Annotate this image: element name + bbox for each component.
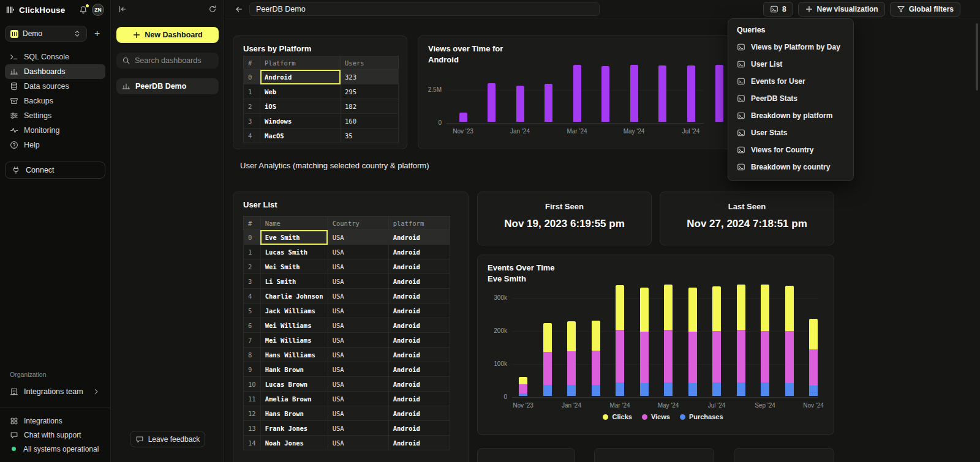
sidebar-item-data-sources[interactable]: Data sources bbox=[5, 79, 105, 94]
sidebar-item-backups[interactable]: Backups bbox=[5, 94, 105, 108]
chart-bar[interactable] bbox=[543, 323, 552, 396]
table-row[interactable]: 10Lucas BrownUSAAndroid bbox=[244, 377, 450, 392]
table-row[interactable]: 3Li SmithUSAAndroid bbox=[244, 274, 450, 289]
table-row[interactable]: 9Hank BrownUSAAndroid bbox=[244, 362, 450, 377]
sidebar-item-dashboards[interactable]: Dashboards bbox=[5, 64, 105, 79]
new-dashboard-button[interactable]: New Dashboard bbox=[116, 27, 219, 43]
chart-bar[interactable] bbox=[488, 83, 496, 122]
x-axis-label: Nov '23 bbox=[445, 128, 481, 135]
table-cell: 3 bbox=[244, 114, 260, 129]
connect-button[interactable]: Connect bbox=[5, 162, 105, 179]
table-row[interactable]: 13Frank JonesUSAAndroid bbox=[244, 421, 450, 436]
chart-bar[interactable] bbox=[516, 86, 524, 122]
table-row[interactable]: 0Android323 bbox=[244, 70, 399, 84]
search-dashboards-input[interactable] bbox=[135, 56, 213, 65]
partial-card bbox=[594, 448, 714, 462]
collapse-panel-icon[interactable] bbox=[118, 5, 127, 13]
table-row[interactable]: 3Windows160 bbox=[244, 114, 399, 129]
chart-bar[interactable] bbox=[567, 321, 576, 396]
query-menu-item-breakdown-by-platform[interactable]: Breakdown by platform bbox=[728, 107, 853, 124]
first-seen-value: Nov 19, 2023 6:19:55 pm bbox=[478, 218, 651, 230]
legend-item-clicks[interactable]: Clicks bbox=[603, 413, 631, 420]
sidebar-item-monitoring[interactable]: Monitoring bbox=[5, 123, 105, 138]
chart-bar[interactable] bbox=[519, 377, 527, 396]
pulse-icon bbox=[10, 126, 18, 135]
bar-segment-purchases bbox=[809, 386, 818, 396]
back-icon[interactable] bbox=[235, 5, 243, 13]
chart-bar[interactable] bbox=[545, 84, 552, 122]
table-row[interactable]: 2iOS182 bbox=[244, 99, 399, 114]
new-visualization-button[interactable]: New visualization bbox=[798, 2, 885, 17]
chart-bar[interactable] bbox=[459, 113, 467, 122]
chart-bar[interactable] bbox=[687, 65, 695, 122]
chart-bar[interactable] bbox=[737, 285, 745, 396]
footer-item-all-systems-operational[interactable]: All systems operational bbox=[5, 442, 105, 456]
chart-bar[interactable] bbox=[712, 286, 721, 396]
query-menu-item-peerdb-stats[interactable]: PeerDB Stats bbox=[728, 90, 853, 107]
avatar[interactable]: ZN bbox=[92, 4, 104, 16]
chart-bar[interactable] bbox=[573, 65, 581, 122]
query-menu-item-views-for-country[interactable]: Views for Country bbox=[728, 141, 853, 158]
chart-bar[interactable] bbox=[664, 285, 673, 396]
bar-chart-icon bbox=[122, 82, 130, 91]
global-filters-button[interactable]: Global filters bbox=[890, 2, 960, 17]
chart-bar[interactable] bbox=[601, 66, 609, 122]
footer-item-integrations[interactable]: Integrations bbox=[5, 414, 105, 428]
table-row[interactable]: 7Mei WilliamsUSAAndroid bbox=[244, 333, 450, 348]
table-row[interactable]: 0Eve SmithUSAAndroid bbox=[244, 230, 450, 245]
table-row[interactable]: 1Lucas SmithUSAAndroid bbox=[244, 245, 450, 259]
chart-bar[interactable] bbox=[640, 288, 649, 396]
chart-bar[interactable] bbox=[809, 319, 818, 396]
sidebar-item-integrations-team[interactable]: Integrations team bbox=[5, 384, 105, 400]
chart-bar[interactable] bbox=[715, 65, 723, 122]
sidebar-item-settings[interactable]: Settings bbox=[5, 108, 105, 123]
table-row[interactable]: 5Jack WilliamsUSAAndroid bbox=[244, 304, 450, 318]
building-icon bbox=[10, 387, 18, 396]
bar-segment-purchases bbox=[616, 382, 624, 396]
chart-bar[interactable] bbox=[630, 65, 638, 122]
table-row[interactable]: 8Hans WilliamsUSAAndroid bbox=[244, 348, 450, 362]
table-cell: Android bbox=[388, 377, 450, 392]
workspace-selector[interactable]: Demo bbox=[5, 26, 87, 42]
chart-bar[interactable] bbox=[592, 321, 600, 396]
dashboard-list-item[interactable]: PeerDB Demo bbox=[116, 78, 219, 94]
y-axis-label: 0 bbox=[418, 119, 442, 127]
chart-bar[interactable] bbox=[616, 285, 624, 396]
sidebar-item-sql-console[interactable]: SQL Console bbox=[5, 50, 105, 64]
sidebar-item-label: Backups bbox=[24, 97, 53, 105]
footer-item-chat-with-support[interactable]: Chat with support bbox=[5, 428, 105, 442]
table-cell: USA bbox=[328, 348, 388, 362]
scrollbar[interactable] bbox=[976, 23, 978, 91]
legend-dot bbox=[642, 414, 647, 420]
query-item-label: PeerDB Stats bbox=[751, 94, 797, 103]
chart-bar[interactable] bbox=[658, 65, 666, 122]
legend-item-purchases[interactable]: Purchases bbox=[680, 413, 723, 420]
chart-bar[interactable] bbox=[785, 286, 794, 396]
notifications-bell-icon[interactable] bbox=[79, 6, 88, 14]
sidebar-item-help[interactable]: Help bbox=[5, 138, 105, 152]
table-row[interactable]: 4MacOS35 bbox=[244, 129, 399, 143]
query-menu-item-user-list[interactable]: User List bbox=[728, 56, 853, 73]
query-menu-item-views-by-platform-by-day[interactable]: Views by Platform by Day bbox=[728, 39, 853, 56]
chart-bar[interactable] bbox=[761, 285, 769, 396]
query-menu-item-user-stats[interactable]: User Stats bbox=[728, 124, 853, 141]
table-cell: 12 bbox=[244, 406, 261, 421]
queries-count-button[interactable]: 8 bbox=[763, 2, 793, 17]
leave-feedback-button[interactable]: Leave feedback bbox=[130, 431, 205, 447]
legend-item-views[interactable]: Views bbox=[642, 413, 670, 420]
add-workspace-button[interactable]: + bbox=[94, 29, 100, 39]
table-row[interactable]: 6Wei WilliamsUSAAndroid bbox=[244, 318, 450, 333]
dashboard-title-input[interactable] bbox=[249, 2, 600, 16]
query-menu-item-breakdown-by-country[interactable]: Breakdown by country bbox=[728, 158, 853, 176]
chart-bar[interactable] bbox=[688, 288, 697, 396]
table-row[interactable]: 11Amelia BrownUSAAndroid bbox=[244, 392, 450, 406]
table-row[interactable]: 1Web295 bbox=[244, 84, 399, 99]
query-item-label: Views for Country bbox=[751, 146, 813, 154]
table-row[interactable]: 2Wei SmithUSAAndroid bbox=[244, 259, 450, 274]
query-menu-item-events-for-user[interactable]: Events for User bbox=[728, 73, 853, 90]
table-row[interactable]: 14Noah JonesUSAAndroid bbox=[244, 436, 450, 450]
table-row[interactable]: 4Charlie JohnsonUSAAndroid bbox=[244, 289, 450, 304]
notification-dot bbox=[86, 4, 89, 7]
table-row[interactable]: 12Hans BrownUSAAndroid bbox=[244, 406, 450, 421]
refresh-icon[interactable] bbox=[208, 5, 217, 13]
